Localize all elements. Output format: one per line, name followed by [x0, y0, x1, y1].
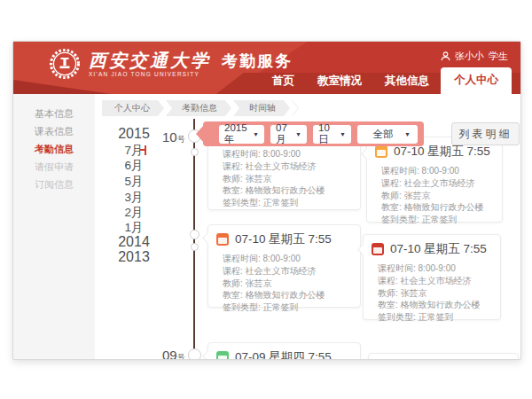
timeline-node-small: [191, 243, 199, 251]
timeline-day-09[interactable]: 09号: [162, 348, 185, 360]
calendar-icon: [372, 243, 384, 255]
course-time: 课程时间: 8:00-9:00: [208, 148, 360, 160]
month-dropdown[interactable]: 07月▼: [270, 125, 307, 144]
day-suffix: 号: [177, 353, 185, 360]
sidebar-item-leave-request[interactable]: 请假申请: [13, 158, 95, 176]
classroom: 教室: 格物致知行政办公楼: [208, 289, 360, 301]
course-name: 课程: 社会主义市场经济: [367, 177, 502, 190]
sidebar-item-schedule-info[interactable]: 课表信息: [13, 122, 95, 140]
classroom: 教室: 格物致知行政办公楼: [364, 299, 500, 311]
type-dropdown[interactable]: 全部▼: [357, 125, 418, 144]
card-title: 07-10 星期五 7:55: [235, 231, 332, 247]
type-dropdown-value: 全部: [373, 128, 394, 141]
signin-type: 签到类型: 正常签到: [208, 197, 360, 209]
chevron-down-icon: ▼: [295, 131, 301, 137]
timeline-day-10[interactable]: 10号: [162, 129, 185, 145]
card-title: 07-09 星期四 7:55: [235, 349, 332, 360]
brand: 西安交通大学 XI'AN JIAO TONG UNIVERSITY 考勤服务: [49, 48, 293, 80]
breadcrumb-attendance-info[interactable]: 考勤信息: [166, 100, 231, 116]
breadcrumb-personal-center[interactable]: 个人中心: [102, 100, 164, 116]
user-icon: [441, 51, 450, 61]
month-dropdown-value: 07月: [276, 122, 293, 146]
teacher-name: 教师: 张芸京: [364, 287, 500, 300]
nav-classrooms[interactable]: 教室情况: [306, 69, 373, 94]
timeline-year-2015[interactable]: 2015: [109, 126, 159, 142]
sidebar-item-subscription-info[interactable]: 订阅信息: [13, 176, 95, 193]
day-dropdown[interactable]: 10日▼: [313, 125, 351, 144]
course-time: 课程时间: 8:00-9:00: [367, 165, 502, 177]
timeline-year-2014[interactable]: 2014: [109, 234, 159, 250]
attendance-card: 07-10 星期五 7:55 课程时间: 8:00-9:00 课程: 社会主义市…: [363, 234, 501, 320]
user-role: 学生: [489, 50, 508, 63]
nav-home[interactable]: 首页: [261, 69, 306, 94]
attendance-card: 07-10 星期五 7:55 课程时间: 8:00-9:00 课程: 社会主义市…: [366, 137, 503, 223]
course-time: 课程时间: 8:00-9:00: [364, 262, 500, 275]
timeline-node-large: [188, 348, 201, 360]
user-info[interactable]: 张小小 学生: [441, 50, 508, 63]
list-detail-button[interactable]: 列表明细: [451, 122, 520, 145]
sidebar-item-attendance-info[interactable]: 考勤信息: [13, 140, 95, 158]
timeline-node-small: [191, 148, 199, 156]
attendance-card: 07-10 星期五 7:55 课程时间: 8:00-9:00 课程: 社会主义市…: [207, 224, 361, 308]
sidebar: 基本信息 课表信息 考勤信息 请假申请 订阅信息: [13, 94, 95, 359]
course-name: 课程: 社会主义市场经济: [208, 265, 360, 278]
user-name: 张小小: [455, 50, 484, 63]
classroom: 教室: 格物致知行政办公楼: [367, 201, 502, 214]
signin-type: 签到类型: 正常签到: [208, 301, 360, 314]
main-nav: 首页 教室情况 其他信息 个人中心: [261, 67, 512, 94]
filter-bar: 2015年▼ 07月▼ 10日▼ 全部▼: [203, 121, 424, 146]
nav-other-info[interactable]: 其他信息: [373, 69, 441, 94]
timeline-month-jun[interactable]: 6月: [109, 158, 159, 174]
breadcrumb: 个人中心 考勤信息 时间轴: [102, 100, 299, 116]
classroom: 教室: 格物致知行政办公楼: [208, 184, 360, 197]
year-dropdown-value: 2015年: [224, 122, 250, 146]
year-dropdown[interactable]: 2015年▼: [219, 125, 264, 144]
university-gear-logo-icon: [49, 48, 81, 80]
attendance-card: 07-09 星期四 7:55: [207, 342, 361, 360]
calendar-icon: [375, 145, 387, 158]
breadcrumb-tail-chevron: [292, 100, 299, 116]
timeline-year-2013[interactable]: 2013: [109, 249, 159, 265]
breadcrumb-timeline[interactable]: 时间轴: [233, 100, 290, 116]
course-time: 课程时间: 8:00-9:00: [208, 253, 360, 265]
teacher-name: 教师: 张芸京: [208, 278, 360, 290]
calendar-icon: [216, 233, 229, 246]
university-name-en: XI'AN JIAO TONG UNIVERSITY: [89, 71, 211, 77]
teacher-name: 教师: 张芸京: [367, 190, 502, 202]
chevron-down-icon: ▼: [404, 131, 411, 137]
timeline-month-mar[interactable]: 3月: [109, 190, 159, 206]
card-partial: [368, 353, 519, 360]
app-window: 西安交通大学 XI'AN JIAO TONG UNIVERSITY 考勤服务 张…: [12, 41, 521, 360]
chevron-down-icon: ▼: [253, 131, 259, 137]
attendance-card: 课程时间: 8:00-9:00 课程: 社会主义市场经济 教师: 张芸京 教室:…: [207, 137, 361, 210]
timeline-month-feb[interactable]: 2月: [109, 205, 159, 221]
calendar-icon: [216, 351, 229, 360]
signin-type: 签到类型: 正常签到: [364, 311, 500, 324]
day-dropdown-value: 10日: [318, 122, 337, 146]
timeline-node-medium: [190, 230, 200, 239]
day-number: 09: [162, 348, 177, 360]
signin-type: 签到类型: 正常签到: [367, 214, 502, 226]
app-header: 西安交通大学 XI'AN JIAO TONG UNIVERSITY 考勤服务 张…: [13, 42, 520, 94]
teacher-name: 教师: 张芸京: [208, 173, 360, 185]
card-title: 07-10 星期五 7:55: [390, 241, 487, 257]
chevron-down-icon: ▼: [340, 131, 346, 137]
day-number: 10: [162, 129, 177, 145]
current-month-marker: [140, 145, 146, 155]
sidebar-item-basic-info[interactable]: 基本信息: [13, 105, 95, 122]
day-suffix: 号: [177, 135, 185, 144]
timeline-month-jul[interactable]: 7月: [109, 143, 159, 159]
timeline-month-may[interactable]: 5月: [109, 174, 159, 190]
nav-personal-center[interactable]: 个人中心: [441, 67, 512, 94]
university-name-cn: 西安交通大学: [89, 51, 211, 70]
brand-text: 西安交通大学 XI'AN JIAO TONG UNIVERSITY: [89, 51, 211, 77]
course-name: 课程: 社会主义市场经济: [364, 275, 500, 287]
course-name: 课程: 社会主义市场经济: [208, 160, 360, 173]
